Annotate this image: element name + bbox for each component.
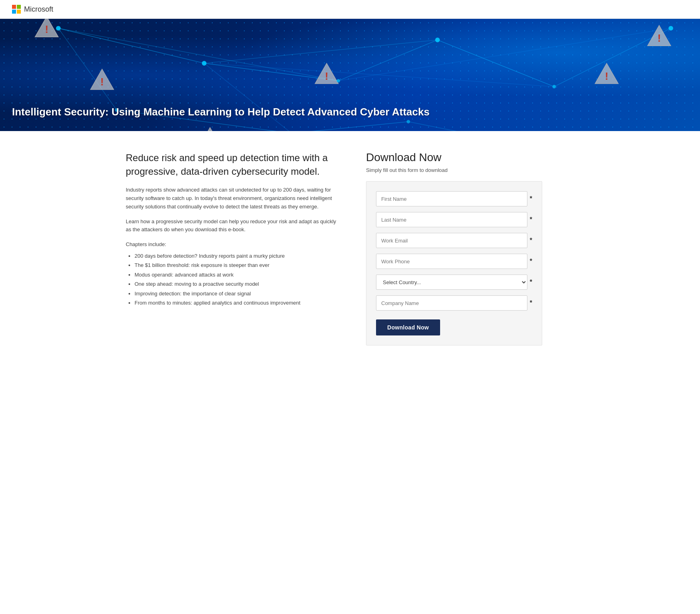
last-name-required: * — [530, 216, 532, 223]
work-email-field: * — [376, 233, 532, 248]
work-email-input[interactable] — [376, 233, 527, 248]
first-name-field: * — [376, 191, 532, 206]
svg-point-33 — [668, 26, 673, 31]
svg-line-6 — [204, 40, 438, 63]
svg-point-29 — [202, 61, 207, 66]
chapters-list: 200 days before detection? Industry repo… — [126, 251, 342, 307]
svg-text:!: ! — [45, 23, 48, 35]
svg-line-13 — [204, 63, 292, 131]
work-phone-field: * — [376, 254, 532, 269]
download-now-button[interactable]: Download Now — [376, 319, 440, 335]
last-name-input[interactable] — [376, 212, 527, 227]
section-headline: Reduce risk and speed up detection time … — [126, 151, 342, 178]
svg-point-30 — [336, 79, 340, 83]
left-column: Reduce risk and speed up detection time … — [126, 151, 342, 345]
list-item: 200 days before detection? Industry repo… — [135, 251, 342, 261]
body-paragraph-1: Industry reports show advanced attacks c… — [126, 186, 342, 211]
list-item: From months to minutes: applied analytic… — [135, 298, 342, 307]
svg-line-7 — [204, 63, 554, 87]
svg-text:!: ! — [658, 32, 661, 44]
hero-banner: ! ! ! ! ! ! ! — [0, 19, 700, 131]
company-name-field: * — [376, 295, 532, 311]
chapters-label: Chapters include: — [126, 240, 342, 249]
svg-line-11 — [408, 122, 525, 131]
ms-logo-grid — [12, 5, 21, 14]
ms-logo-red — [12, 5, 16, 9]
company-name-input[interactable] — [376, 295, 527, 311]
brand-name: Microsoft — [24, 5, 53, 14]
svg-line-3 — [438, 40, 554, 87]
form-subtitle: Simply fill out this form to download — [366, 167, 542, 173]
country-select[interactable]: Select Country... United States United K… — [376, 275, 527, 290]
body-paragraph-2: Learn how a progressive security model c… — [126, 218, 342, 234]
first-name-required: * — [530, 195, 532, 202]
work-phone-input[interactable] — [376, 254, 527, 269]
list-item: The $1 billion threshold: risk exposure … — [135, 261, 342, 270]
svg-text:!: ! — [325, 70, 328, 82]
svg-line-2 — [338, 40, 438, 81]
work-phone-required: * — [530, 258, 532, 265]
svg-text:!: ! — [101, 76, 104, 88]
ms-logo-yellow — [17, 10, 21, 14]
svg-line-12 — [58, 28, 117, 110]
work-email-required: * — [530, 237, 532, 244]
svg-line-8 — [338, 28, 671, 81]
svg-line-10 — [292, 122, 408, 131]
svg-marker-20 — [198, 127, 221, 131]
ms-logo-green — [17, 5, 21, 9]
svg-point-32 — [552, 85, 556, 89]
form-title: Download Now — [366, 151, 542, 164]
country-required: * — [530, 279, 532, 286]
page-header: Microsoft — [0, 0, 700, 19]
main-content: Reduce risk and speed up detection time … — [110, 131, 590, 366]
svg-point-36 — [406, 120, 410, 123]
svg-point-28 — [56, 26, 61, 31]
microsoft-logo: Microsoft — [12, 5, 53, 14]
first-name-input[interactable] — [376, 191, 527, 206]
ms-logo-blue — [12, 10, 16, 14]
svg-line-0 — [58, 28, 204, 63]
list-item: One step ahead: moving to a proactive se… — [135, 279, 342, 289]
svg-point-31 — [435, 38, 440, 42]
form-card: * * * * Select Country... United — [366, 181, 542, 345]
list-item: Improving detection: the importance of c… — [135, 289, 342, 298]
right-column-form: Download Now Simply fill out this form t… — [366, 151, 542, 345]
country-field: Select Country... United States United K… — [376, 275, 532, 290]
list-item: Modus operandi: advanced attacks at work — [135, 270, 342, 279]
svg-text:!: ! — [605, 70, 609, 82]
last-name-field: * — [376, 212, 532, 227]
hero-title: Intelligent Security: Using Machine Lear… — [12, 105, 688, 119]
company-required: * — [530, 299, 532, 307]
